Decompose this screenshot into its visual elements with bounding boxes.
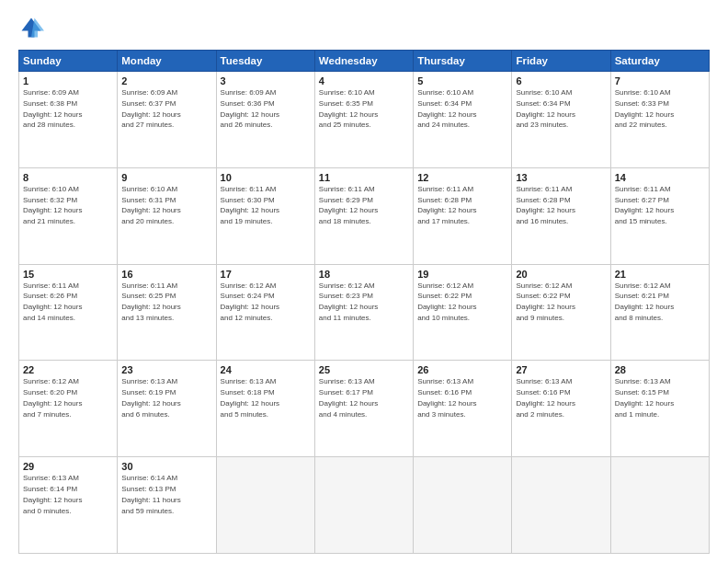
day-number: 8: [23, 172, 113, 183]
calendar-cell: 15 Sunrise: 6:11 AMSunset: 6:26 PMDaylig…: [19, 264, 118, 361]
day-info: Sunrise: 6:12 AMSunset: 6:24 PMDaylight:…: [221, 282, 279, 322]
day-info: Sunrise: 6:09 AMSunset: 6:37 PMDaylight:…: [121, 88, 180, 129]
calendar-cell: 2 Sunrise: 6:09 AMSunset: 6:37 PMDayligh…: [118, 72, 216, 168]
day-info: Sunrise: 6:10 AMSunset: 6:34 PMDaylight:…: [417, 88, 476, 129]
day-number: 1: [23, 75, 113, 86]
day-number: 30: [121, 461, 211, 472]
calendar-cell: 10 Sunrise: 6:11 AMSunset: 6:30 PMDaylig…: [216, 167, 314, 264]
day-number: 6: [516, 75, 606, 86]
day-number: 21: [615, 269, 705, 280]
day-number: 16: [121, 269, 211, 280]
calendar-cell: [216, 457, 314, 554]
calendar-week-1: 1 Sunrise: 6:09 AMSunset: 6:38 PMDayligh…: [19, 72, 710, 168]
day-info: Sunrise: 6:13 AMSunset: 6:18 PMDaylight:…: [221, 377, 279, 418]
day-info: Sunrise: 6:13 AMSunset: 6:16 PMDaylight:…: [516, 377, 574, 418]
calendar-cell: 19 Sunrise: 6:12 AMSunset: 6:22 PMDaylig…: [414, 264, 512, 361]
day-info: Sunrise: 6:12 AMSunset: 6:22 PMDaylight:…: [417, 282, 476, 322]
day-info: Sunrise: 6:14 AMSunset: 6:13 PMDaylight:…: [121, 474, 180, 514]
calendar-cell: 18 Sunrise: 6:12 AMSunset: 6:23 PMDaylig…: [314, 264, 413, 361]
day-number: 14: [615, 172, 705, 183]
day-number: 3: [221, 75, 311, 86]
day-info: Sunrise: 6:11 AMSunset: 6:30 PMDaylight:…: [221, 185, 279, 225]
calendar-cell: [414, 457, 512, 554]
calendar-cell: 20 Sunrise: 6:12 AMSunset: 6:22 PMDaylig…: [512, 264, 610, 361]
day-info: Sunrise: 6:13 AMSunset: 6:15 PMDaylight:…: [615, 377, 674, 418]
day-number: 5: [417, 75, 507, 86]
day-number: 15: [23, 269, 113, 280]
calendar-header-wednesday: Wednesday: [314, 51, 413, 72]
day-info: Sunrise: 6:11 AMSunset: 6:27 PMDaylight:…: [615, 185, 674, 225]
calendar-cell: 14 Sunrise: 6:11 AMSunset: 6:27 PMDaylig…: [610, 167, 709, 264]
calendar-cell: 4 Sunrise: 6:10 AMSunset: 6:35 PMDayligh…: [314, 72, 413, 168]
calendar-week-4: 22 Sunrise: 6:12 AMSunset: 6:20 PMDaylig…: [19, 361, 710, 457]
calendar-header-sunday: Sunday: [19, 51, 118, 72]
calendar-cell: 22 Sunrise: 6:12 AMSunset: 6:20 PMDaylig…: [19, 361, 118, 457]
day-info: Sunrise: 6:11 AMSunset: 6:28 PMDaylight:…: [417, 185, 476, 225]
day-number: 23: [121, 364, 211, 375]
calendar-week-2: 8 Sunrise: 6:10 AMSunset: 6:32 PMDayligh…: [19, 167, 710, 264]
calendar-cell: [314, 457, 413, 554]
day-info: Sunrise: 6:12 AMSunset: 6:20 PMDaylight:…: [23, 377, 82, 418]
day-info: Sunrise: 6:11 AMSunset: 6:26 PMDaylight:…: [23, 282, 82, 322]
day-number: 26: [417, 364, 507, 375]
day-info: Sunrise: 6:10 AMSunset: 6:31 PMDaylight:…: [121, 185, 180, 225]
page: SundayMondayTuesdayWednesdayThursdayFrid…: [0, 0, 728, 563]
calendar-cell: 29 Sunrise: 6:13 AMSunset: 6:14 PMDaylig…: [19, 457, 118, 554]
calendar-header-tuesday: Tuesday: [216, 51, 314, 72]
day-info: Sunrise: 6:11 AMSunset: 6:29 PMDaylight:…: [319, 185, 378, 225]
day-info: Sunrise: 6:13 AMSunset: 6:17 PMDaylight:…: [319, 377, 378, 418]
calendar-cell: 7 Sunrise: 6:10 AMSunset: 6:33 PMDayligh…: [610, 72, 709, 168]
calendar-cell: 26 Sunrise: 6:13 AMSunset: 6:16 PMDaylig…: [414, 361, 512, 457]
day-info: Sunrise: 6:12 AMSunset: 6:23 PMDaylight:…: [319, 282, 378, 322]
day-info: Sunrise: 6:10 AMSunset: 6:33 PMDaylight:…: [615, 88, 674, 129]
day-number: 2: [121, 75, 211, 86]
calendar-cell: 16 Sunrise: 6:11 AMSunset: 6:25 PMDaylig…: [118, 264, 216, 361]
day-number: 11: [319, 172, 409, 183]
logo-icon: [18, 15, 44, 40]
day-info: Sunrise: 6:09 AMSunset: 6:38 PMDaylight:…: [23, 88, 82, 129]
day-number: 18: [319, 269, 409, 280]
day-info: Sunrise: 6:13 AMSunset: 6:14 PMDaylight:…: [23, 474, 82, 514]
calendar-cell: [512, 457, 610, 554]
calendar-cell: 28 Sunrise: 6:13 AMSunset: 6:15 PMDaylig…: [610, 361, 709, 457]
calendar-cell: 27 Sunrise: 6:13 AMSunset: 6:16 PMDaylig…: [512, 361, 610, 457]
calendar-header-friday: Friday: [512, 51, 610, 72]
day-info: Sunrise: 6:12 AMSunset: 6:22 PMDaylight:…: [516, 282, 574, 322]
day-number: 13: [516, 172, 606, 183]
calendar-cell: 1 Sunrise: 6:09 AMSunset: 6:38 PMDayligh…: [19, 72, 118, 168]
day-number: 25: [319, 364, 409, 375]
calendar-header-monday: Monday: [118, 51, 216, 72]
day-number: 22: [23, 364, 113, 375]
day-number: 7: [615, 75, 705, 86]
day-number: 29: [23, 461, 113, 472]
day-number: 17: [221, 269, 311, 280]
calendar-cell: 3 Sunrise: 6:09 AMSunset: 6:36 PMDayligh…: [216, 72, 314, 168]
day-info: Sunrise: 6:10 AMSunset: 6:35 PMDaylight:…: [319, 88, 378, 129]
calendar-cell: 24 Sunrise: 6:13 AMSunset: 6:18 PMDaylig…: [216, 361, 314, 457]
calendar-cell: 12 Sunrise: 6:11 AMSunset: 6:28 PMDaylig…: [414, 167, 512, 264]
day-number: 27: [516, 364, 606, 375]
day-info: Sunrise: 6:13 AMSunset: 6:19 PMDaylight:…: [121, 377, 180, 418]
day-number: 19: [417, 269, 507, 280]
calendar-table: SundayMondayTuesdayWednesdayThursdayFrid…: [18, 50, 710, 554]
calendar-week-5: 29 Sunrise: 6:13 AMSunset: 6:14 PMDaylig…: [19, 457, 710, 554]
calendar-cell: 11 Sunrise: 6:11 AMSunset: 6:29 PMDaylig…: [314, 167, 413, 264]
calendar-header-thursday: Thursday: [414, 51, 512, 72]
day-number: 28: [615, 364, 705, 375]
calendar-cell: 17 Sunrise: 6:12 AMSunset: 6:24 PMDaylig…: [216, 264, 314, 361]
calendar-cell: 21 Sunrise: 6:12 AMSunset: 6:21 PMDaylig…: [610, 264, 709, 361]
day-info: Sunrise: 6:10 AMSunset: 6:34 PMDaylight:…: [516, 88, 574, 129]
day-number: 24: [221, 364, 311, 375]
calendar-cell: 8 Sunrise: 6:10 AMSunset: 6:32 PMDayligh…: [19, 167, 118, 264]
calendar-cell: 13 Sunrise: 6:11 AMSunset: 6:28 PMDaylig…: [512, 167, 610, 264]
calendar-header-saturday: Saturday: [610, 51, 709, 72]
day-number: 9: [121, 172, 211, 183]
calendar-cell: 9 Sunrise: 6:10 AMSunset: 6:31 PMDayligh…: [118, 167, 216, 264]
day-number: 12: [417, 172, 507, 183]
day-info: Sunrise: 6:11 AMSunset: 6:25 PMDaylight:…: [121, 282, 180, 322]
calendar-cell: [610, 457, 709, 554]
day-info: Sunrise: 6:12 AMSunset: 6:21 PMDaylight:…: [615, 282, 674, 322]
calendar-cell: 23 Sunrise: 6:13 AMSunset: 6:19 PMDaylig…: [118, 361, 216, 457]
day-info: Sunrise: 6:11 AMSunset: 6:28 PMDaylight:…: [516, 185, 574, 225]
calendar-cell: 6 Sunrise: 6:10 AMSunset: 6:34 PMDayligh…: [512, 72, 610, 168]
